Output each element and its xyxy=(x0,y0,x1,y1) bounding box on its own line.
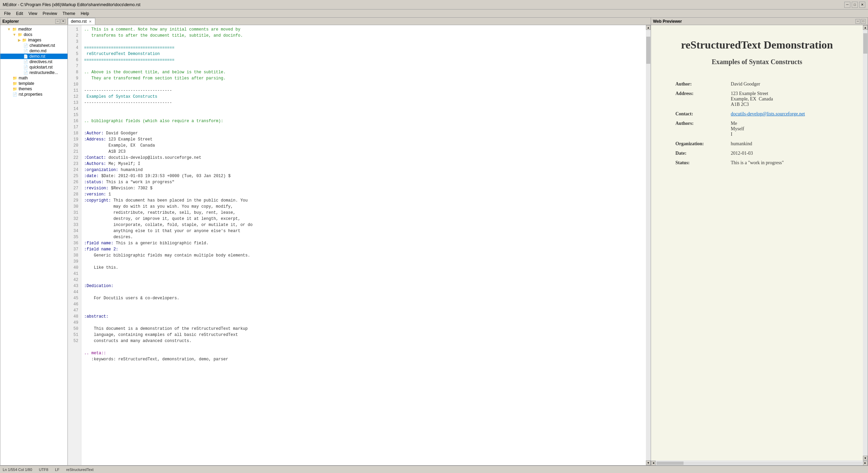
tree-item-demo-rst[interactable]: 📄 demo.rst xyxy=(0,54,67,59)
file-icon-restructured: 📄 xyxy=(23,71,28,75)
tree-item-template[interactable]: 📁 template xyxy=(0,81,67,86)
preview-scroll-left-arrow[interactable]: ◄ xyxy=(651,461,656,466)
field-row-organization: Organization: humankind xyxy=(671,139,843,149)
maximize-button[interactable]: □ xyxy=(852,2,858,8)
scroll-up-arrow[interactable]: ▲ xyxy=(646,25,651,30)
explorer-header: Explorer ─ ✕ xyxy=(0,18,67,25)
field-row-author: Author: David Goodger xyxy=(671,79,843,89)
tree-label-demo-md: demo.md xyxy=(29,49,46,53)
tree-item-themes[interactable]: 📁 themes xyxy=(0,86,67,92)
line-numbers: 1234567891011121314151617181920212223242… xyxy=(68,25,81,465)
status-bar: Ln 1/554 Col 1/80 UTF8 LF reStructuredTe… xyxy=(0,466,868,473)
code-editor[interactable]: .. This is a comment. Note how any initi… xyxy=(81,25,646,465)
window-title: MEditor - C:\Program Files (x86)\Markup … xyxy=(3,2,140,7)
field-row-date: Date: 2012-01-03 xyxy=(671,149,843,158)
tree-label-docs: docs xyxy=(24,32,32,37)
file-icon-cheatsheet: 📄 xyxy=(23,43,28,48)
tree-item-quickstart[interactable]: 📄 quickstart.rst xyxy=(0,64,67,70)
tab-close-demo-rst[interactable]: ✕ xyxy=(88,19,92,23)
folder-math-icon: 📁 xyxy=(13,76,17,80)
menu-bar: File Edit View Preview Theme Help xyxy=(0,10,868,18)
preview-scrollbar-vertical: ▲ ▼ xyxy=(863,25,868,460)
tree-item-math[interactable]: 📁 math xyxy=(0,75,67,81)
tree-item-directives[interactable]: 📄 directives.rst xyxy=(0,59,67,64)
chevron-down-icon-docs: ▼ xyxy=(13,33,16,37)
preview-scrollbar-horizontal: ◄ ► xyxy=(651,460,868,465)
file-icon-demo-md: 📄 xyxy=(23,49,28,53)
tab-label-demo-rst: demo.rst xyxy=(71,19,87,24)
field-row-contact: Contact: docutils-develop@lists.sourcefo… xyxy=(671,109,843,119)
status-file-type: reStructuredText xyxy=(66,468,94,472)
file-tree: ▼ 📁 meditor ▼ 📁 docs ▶ 📁 images xyxy=(0,25,67,465)
chevron-right-icon-images: ▶ xyxy=(18,38,21,42)
preview-header: Web Previewer ─ □ xyxy=(651,18,868,25)
field-label-address: Address: xyxy=(671,89,727,109)
preview-scroll-track[interactable] xyxy=(863,30,868,456)
tree-label-themes: themes xyxy=(19,87,32,91)
contact-link[interactable]: docutils-develop@lists.sourceforge.net xyxy=(731,111,805,116)
tree-item-images[interactable]: ▶ 📁 images xyxy=(0,37,67,43)
tree-label-demo-rst: demo.rst xyxy=(29,54,45,59)
field-label-date: Date: xyxy=(671,149,727,158)
preview-scroll-up-arrow[interactable]: ▲ xyxy=(863,25,868,30)
scroll-down-arrow[interactable]: ▼ xyxy=(646,460,651,465)
preview-panel: Web Previewer ─ □ reStructuredText Demon… xyxy=(651,18,868,466)
editor-area: demo.rst ✕ 12345678910111213141516171819… xyxy=(68,18,651,466)
tree-label-math: math xyxy=(19,76,28,80)
preview-content[interactable]: reStructuredText Demonstration Examples … xyxy=(651,25,863,460)
tree-label-template: template xyxy=(19,81,34,86)
tree-label-quickstart: quickstart.rst xyxy=(29,65,53,70)
editor-content: 1234567891011121314151617181920212223242… xyxy=(68,25,651,465)
preview-hscroll-track[interactable] xyxy=(656,461,862,465)
field-value-authors: MeMyselfI xyxy=(727,119,843,139)
field-value-address: 123 Example Street Example, EX Canada A1… xyxy=(727,89,843,109)
tree-item-cheatsheet[interactable]: 📄 cheatsheet.rst xyxy=(0,43,67,48)
field-value-organization: humankind xyxy=(727,139,843,149)
editor-scrollbar-vertical: ▲ ▼ xyxy=(646,25,651,465)
tree-item-demo-md[interactable]: 📄 demo.md xyxy=(0,48,67,54)
tree-label-rst-properties: rst.properties xyxy=(19,92,42,97)
preview-hscroll-thumb[interactable] xyxy=(656,461,684,465)
menu-help[interactable]: Help xyxy=(78,11,92,17)
menu-theme[interactable]: Theme xyxy=(60,11,78,17)
tree-label-directives: directives.rst xyxy=(29,59,52,64)
tree-item-restructured[interactable]: 📄 restructuredte... xyxy=(0,70,67,75)
tree-label-restructured: restructuredte... xyxy=(29,70,58,75)
tree-item-docs[interactable]: ▼ 📁 docs xyxy=(0,32,67,37)
preview-minimize-btn[interactable]: ─ xyxy=(855,19,860,24)
tree-label-meditor: meditor xyxy=(18,27,32,32)
field-value-status: This is a "work in progress" xyxy=(727,158,843,168)
status-encoding: UTF8 xyxy=(39,468,48,472)
explorer-panel: Explorer ─ ✕ ▼ 📁 meditor ▼ 📁 docs xyxy=(0,18,68,466)
scroll-track[interactable] xyxy=(646,30,651,460)
explorer-close-btn[interactable]: ✕ xyxy=(61,19,65,24)
preview-scroll-thumb[interactable] xyxy=(863,33,867,54)
scroll-thumb[interactable] xyxy=(646,37,650,64)
minimize-button[interactable]: ─ xyxy=(844,2,850,8)
preview-scroll-down-arrow[interactable]: ▼ xyxy=(863,456,868,460)
main-layout: Explorer ─ ✕ ▼ 📁 meditor ▼ 📁 docs xyxy=(0,18,868,466)
preview-subtitle: Examples of Syntax Constructs xyxy=(671,58,843,66)
menu-edit[interactable]: Edit xyxy=(13,11,26,17)
tree-item-meditor[interactable]: ▼ 📁 meditor xyxy=(0,26,67,32)
menu-view[interactable]: View xyxy=(26,11,40,17)
file-icon-rst-properties: 📄 xyxy=(13,92,17,97)
folder-icon: 📁 xyxy=(12,27,17,32)
preview-document-title: reStructuredText Demonstration xyxy=(671,39,843,51)
folder-docs-icon: 📁 xyxy=(18,33,22,37)
field-row-authors: Authors: MeMyselfI xyxy=(671,119,843,139)
menu-preview[interactable]: Preview xyxy=(40,11,60,17)
field-label-authors: Authors: xyxy=(671,119,727,139)
preview-maximize-btn[interactable]: □ xyxy=(861,19,866,24)
preview-body: reStructuredText Demonstration Examples … xyxy=(651,25,868,460)
close-button[interactable]: ✕ xyxy=(859,2,865,8)
explorer-minimize-btn[interactable]: ─ xyxy=(55,19,60,24)
tab-bar: demo.rst ✕ xyxy=(68,18,651,25)
menu-file[interactable]: File xyxy=(1,11,13,17)
file-icon-demo-rst: 📄 xyxy=(23,54,28,59)
tab-demo-rst[interactable]: demo.rst ✕ xyxy=(68,18,95,25)
field-row-address: Address: 123 Example Street Example, EX … xyxy=(671,89,843,109)
tree-item-rst-properties[interactable]: 📄 rst.properties xyxy=(0,92,67,97)
status-position: Ln 1/554 Col 1/80 xyxy=(3,468,32,472)
preview-scroll-right-arrow[interactable]: ► xyxy=(863,461,868,466)
